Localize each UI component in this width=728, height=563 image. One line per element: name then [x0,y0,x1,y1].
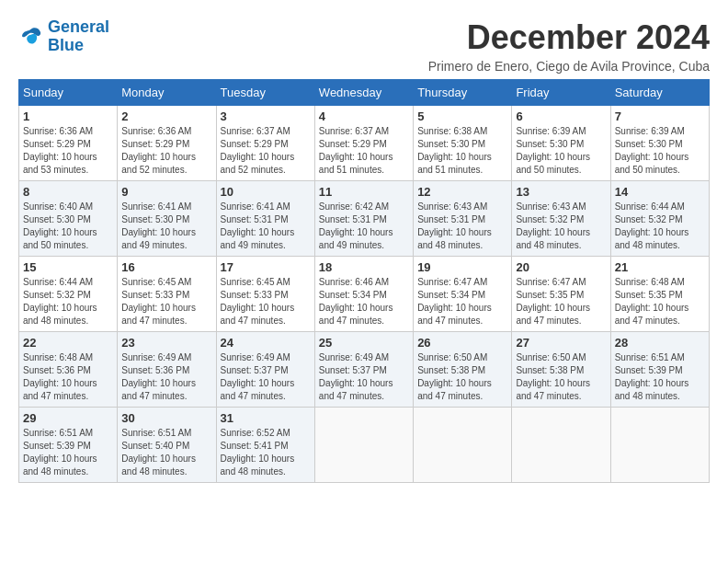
logo: General Blue [18,18,109,55]
day-number: 29 [23,411,113,425]
calendar-cell: 29Sunrise: 6:51 AMSunset: 5:39 PMDayligh… [19,408,118,483]
week-row-1: 1Sunrise: 6:36 AMSunset: 5:29 PMDaylight… [19,106,710,181]
day-info: Sunrise: 6:49 AMSunset: 5:37 PMDaylight:… [221,351,311,403]
day-info: Sunrise: 6:39 AMSunset: 5:30 PMDaylight:… [516,125,606,177]
logo-text: General Blue [48,18,109,55]
day-number: 6 [516,109,606,123]
calendar-cell: 10Sunrise: 6:41 AMSunset: 5:31 PMDayligh… [216,181,314,257]
calendar-cell: 6Sunrise: 6:39 AMSunset: 5:30 PMDaylight… [512,106,610,181]
day-number: 7 [615,109,705,123]
day-number: 4 [319,109,409,123]
day-info: Sunrise: 6:51 AMSunset: 5:40 PMDaylight:… [121,427,211,478]
calendar-cell: 30Sunrise: 6:51 AMSunset: 5:40 PMDayligh… [118,408,216,483]
week-row-4: 22Sunrise: 6:48 AMSunset: 5:36 PMDayligh… [19,332,710,408]
day-info: Sunrise: 6:45 AMSunset: 5:33 PMDaylight:… [121,276,211,327]
day-info: Sunrise: 6:46 AMSunset: 5:34 PMDaylight:… [319,276,409,327]
calendar-subtitle: Primero de Enero, Ciego de Avila Provinc… [428,59,710,74]
calendar-cell: 4Sunrise: 6:37 AMSunset: 5:29 PMDaylight… [314,106,413,181]
calendar-cell: 8Sunrise: 6:40 AMSunset: 5:30 PMDaylight… [19,181,118,257]
weekday-header-tuesday: Tuesday [216,80,314,106]
day-number: 28 [615,336,705,350]
calendar-title: December 2024 [428,18,710,57]
calendar-cell: 7Sunrise: 6:39 AMSunset: 5:30 PMDaylight… [610,106,709,181]
calendar-cell: 3Sunrise: 6:37 AMSunset: 5:29 PMDaylight… [216,106,314,181]
weekday-header-sunday: Sunday [19,80,118,106]
day-info: Sunrise: 6:38 AMSunset: 5:30 PMDaylight:… [417,125,507,177]
day-info: Sunrise: 6:37 AMSunset: 5:29 PMDaylight:… [221,125,311,177]
day-info: Sunrise: 6:47 AMSunset: 5:34 PMDaylight:… [417,276,507,327]
week-row-2: 8Sunrise: 6:40 AMSunset: 5:30 PMDaylight… [19,181,710,257]
day-number: 25 [319,336,409,350]
weekday-header-saturday: Saturday [610,80,709,106]
day-info: Sunrise: 6:43 AMSunset: 5:31 PMDaylight:… [417,201,507,252]
weekday-header-friday: Friday [512,80,610,106]
day-number: 5 [417,109,507,123]
day-number: 10 [221,185,311,199]
day-number: 14 [615,185,705,199]
day-number: 21 [615,260,705,274]
day-info: Sunrise: 6:37 AMSunset: 5:29 PMDaylight:… [319,125,409,177]
weekday-header-thursday: Thursday [414,80,512,106]
weekday-header-monday: Monday [118,80,216,106]
logo-icon [18,24,44,50]
day-info: Sunrise: 6:39 AMSunset: 5:30 PMDaylight:… [615,125,705,177]
calendar-cell [610,408,709,483]
day-info: Sunrise: 6:47 AMSunset: 5:35 PMDaylight:… [516,276,606,327]
page-header: General Blue December 2024 Primero de En… [18,18,710,74]
day-number: 26 [417,336,507,350]
calendar-cell: 9Sunrise: 6:41 AMSunset: 5:30 PMDaylight… [118,181,216,257]
day-info: Sunrise: 6:49 AMSunset: 5:36 PMDaylight:… [121,351,211,403]
day-info: Sunrise: 6:42 AMSunset: 5:31 PMDaylight:… [319,201,409,252]
day-info: Sunrise: 6:52 AMSunset: 5:41 PMDaylight:… [221,427,311,478]
day-number: 8 [23,185,113,199]
calendar-cell: 19Sunrise: 6:47 AMSunset: 5:34 PMDayligh… [414,257,512,332]
day-number: 9 [121,185,211,199]
week-row-3: 15Sunrise: 6:44 AMSunset: 5:32 PMDayligh… [19,257,710,332]
weekday-header-row: SundayMondayTuesdayWednesdayThursdayFrid… [19,80,710,106]
calendar-cell: 26Sunrise: 6:50 AMSunset: 5:38 PMDayligh… [414,332,512,408]
calendar-cell: 23Sunrise: 6:49 AMSunset: 5:36 PMDayligh… [118,332,216,408]
calendar-cell: 31Sunrise: 6:52 AMSunset: 5:41 PMDayligh… [216,408,314,483]
day-number: 19 [417,260,507,274]
calendar-cell: 20Sunrise: 6:47 AMSunset: 5:35 PMDayligh… [512,257,610,332]
calendar-cell: 18Sunrise: 6:46 AMSunset: 5:34 PMDayligh… [314,257,413,332]
calendar-cell: 14Sunrise: 6:44 AMSunset: 5:32 PMDayligh… [610,181,709,257]
day-info: Sunrise: 6:36 AMSunset: 5:29 PMDaylight:… [121,125,211,177]
calendar-cell: 1Sunrise: 6:36 AMSunset: 5:29 PMDaylight… [19,106,118,181]
day-info: Sunrise: 6:51 AMSunset: 5:39 PMDaylight:… [23,427,113,478]
day-info: Sunrise: 6:50 AMSunset: 5:38 PMDaylight:… [417,351,507,403]
day-info: Sunrise: 6:41 AMSunset: 5:31 PMDaylight:… [221,201,311,252]
day-number: 3 [221,109,311,123]
calendar-cell [314,408,413,483]
day-number: 11 [319,185,409,199]
day-info: Sunrise: 6:48 AMSunset: 5:35 PMDaylight:… [615,276,705,327]
day-info: Sunrise: 6:43 AMSunset: 5:32 PMDaylight:… [516,201,606,252]
day-info: Sunrise: 6:51 AMSunset: 5:39 PMDaylight:… [615,351,705,403]
day-info: Sunrise: 6:50 AMSunset: 5:38 PMDaylight:… [516,351,606,403]
day-number: 20 [516,260,606,274]
calendar-cell: 28Sunrise: 6:51 AMSunset: 5:39 PMDayligh… [610,332,709,408]
title-block: December 2024 Primero de Enero, Ciego de… [428,18,710,74]
calendar-cell: 2Sunrise: 6:36 AMSunset: 5:29 PMDaylight… [118,106,216,181]
day-number: 24 [221,336,311,350]
day-number: 22 [23,336,113,350]
week-row-5: 29Sunrise: 6:51 AMSunset: 5:39 PMDayligh… [19,408,710,483]
day-number: 31 [221,411,311,425]
day-number: 18 [319,260,409,274]
day-number: 2 [121,109,211,123]
day-info: Sunrise: 6:40 AMSunset: 5:30 PMDaylight:… [23,201,113,252]
day-number: 12 [417,185,507,199]
day-number: 16 [121,260,211,274]
day-number: 13 [516,185,606,199]
calendar-cell: 5Sunrise: 6:38 AMSunset: 5:30 PMDaylight… [414,106,512,181]
calendar-cell: 15Sunrise: 6:44 AMSunset: 5:32 PMDayligh… [19,257,118,332]
day-info: Sunrise: 6:48 AMSunset: 5:36 PMDaylight:… [23,351,113,403]
calendar-cell: 16Sunrise: 6:45 AMSunset: 5:33 PMDayligh… [118,257,216,332]
calendar-table: SundayMondayTuesdayWednesdayThursdayFrid… [18,79,710,483]
calendar-cell [414,408,512,483]
calendar-cell: 17Sunrise: 6:45 AMSunset: 5:33 PMDayligh… [216,257,314,332]
calendar-cell: 12Sunrise: 6:43 AMSunset: 5:31 PMDayligh… [414,181,512,257]
calendar-cell: 27Sunrise: 6:50 AMSunset: 5:38 PMDayligh… [512,332,610,408]
day-number: 15 [23,260,113,274]
calendar-cell: 21Sunrise: 6:48 AMSunset: 5:35 PMDayligh… [610,257,709,332]
